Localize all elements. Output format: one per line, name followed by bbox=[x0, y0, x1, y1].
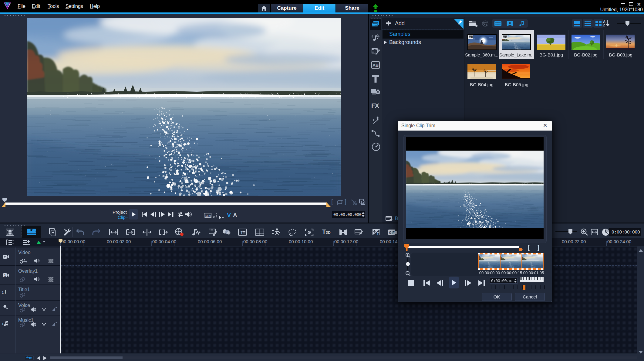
svg-text:T: T bbox=[377, 231, 379, 235]
svg-text:GIF: GIF bbox=[389, 231, 395, 234]
svg-text:AB: AB bbox=[373, 63, 379, 68]
svg-text:T: T bbox=[241, 230, 243, 234]
svg-text:1: 1 bbox=[2, 322, 4, 326]
svg-text:A: A bbox=[603, 20, 605, 23]
svg-text:1: 1 bbox=[4, 274, 6, 277]
svg-text:Z: Z bbox=[603, 23, 605, 27]
